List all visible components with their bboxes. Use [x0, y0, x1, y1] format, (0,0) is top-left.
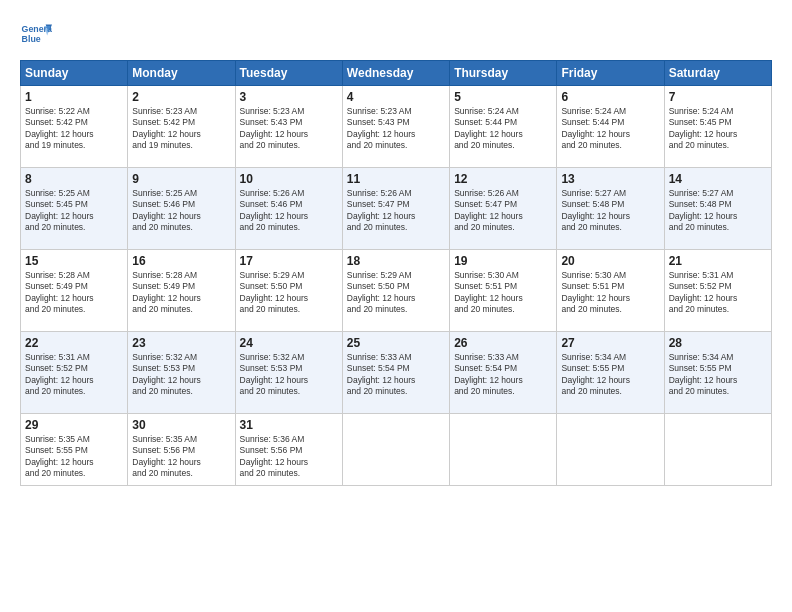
weekday-header-tuesday: Tuesday — [235, 61, 342, 86]
calendar-day-cell: 11Sunrise: 5:26 AM Sunset: 5:47 PM Dayli… — [342, 168, 449, 250]
day-info: Sunrise: 5:33 AM Sunset: 5:54 PM Dayligh… — [347, 352, 445, 398]
day-number: 21 — [669, 254, 767, 268]
calendar-day-cell: 4Sunrise: 5:23 AM Sunset: 5:43 PM Daylig… — [342, 86, 449, 168]
day-number: 8 — [25, 172, 123, 186]
calendar-day-cell: 26Sunrise: 5:33 AM Sunset: 5:54 PM Dayli… — [450, 332, 557, 414]
calendar-day-cell: 28Sunrise: 5:34 AM Sunset: 5:55 PM Dayli… — [664, 332, 771, 414]
calendar-day-cell: 27Sunrise: 5:34 AM Sunset: 5:55 PM Dayli… — [557, 332, 664, 414]
calendar-day-cell: 18Sunrise: 5:29 AM Sunset: 5:50 PM Dayli… — [342, 250, 449, 332]
day-info: Sunrise: 5:26 AM Sunset: 5:47 PM Dayligh… — [347, 188, 445, 234]
day-number: 1 — [25, 90, 123, 104]
calendar-day-cell: 6Sunrise: 5:24 AM Sunset: 5:44 PM Daylig… — [557, 86, 664, 168]
calendar-day-cell: 13Sunrise: 5:27 AM Sunset: 5:48 PM Dayli… — [557, 168, 664, 250]
day-number: 30 — [132, 418, 230, 432]
calendar-day-cell: 3Sunrise: 5:23 AM Sunset: 5:43 PM Daylig… — [235, 86, 342, 168]
empty-cell — [664, 414, 771, 486]
calendar-week-row: 29Sunrise: 5:35 AM Sunset: 5:55 PM Dayli… — [21, 414, 772, 486]
calendar-day-cell: 22Sunrise: 5:31 AM Sunset: 5:52 PM Dayli… — [21, 332, 128, 414]
day-number: 22 — [25, 336, 123, 350]
calendar-day-cell: 31Sunrise: 5:36 AM Sunset: 5:56 PM Dayli… — [235, 414, 342, 486]
calendar-day-cell: 20Sunrise: 5:30 AM Sunset: 5:51 PM Dayli… — [557, 250, 664, 332]
page: General Blue SundayMondayTuesdayWednesda… — [0, 0, 792, 612]
day-number: 19 — [454, 254, 552, 268]
calendar-day-cell: 19Sunrise: 5:30 AM Sunset: 5:51 PM Dayli… — [450, 250, 557, 332]
day-info: Sunrise: 5:23 AM Sunset: 5:43 PM Dayligh… — [347, 106, 445, 152]
day-number: 4 — [347, 90, 445, 104]
day-info: Sunrise: 5:30 AM Sunset: 5:51 PM Dayligh… — [561, 270, 659, 316]
weekday-header-friday: Friday — [557, 61, 664, 86]
empty-cell — [342, 414, 449, 486]
day-number: 17 — [240, 254, 338, 268]
day-number: 20 — [561, 254, 659, 268]
day-number: 6 — [561, 90, 659, 104]
day-info: Sunrise: 5:24 AM Sunset: 5:44 PM Dayligh… — [454, 106, 552, 152]
day-number: 15 — [25, 254, 123, 268]
calendar-day-cell: 23Sunrise: 5:32 AM Sunset: 5:53 PM Dayli… — [128, 332, 235, 414]
day-number: 9 — [132, 172, 230, 186]
calendar-week-row: 22Sunrise: 5:31 AM Sunset: 5:52 PM Dayli… — [21, 332, 772, 414]
day-number: 26 — [454, 336, 552, 350]
day-number: 2 — [132, 90, 230, 104]
calendar-day-cell: 5Sunrise: 5:24 AM Sunset: 5:44 PM Daylig… — [450, 86, 557, 168]
weekday-header-sunday: Sunday — [21, 61, 128, 86]
calendar-week-row: 15Sunrise: 5:28 AM Sunset: 5:49 PM Dayli… — [21, 250, 772, 332]
day-number: 23 — [132, 336, 230, 350]
day-info: Sunrise: 5:26 AM Sunset: 5:47 PM Dayligh… — [454, 188, 552, 234]
day-info: Sunrise: 5:30 AM Sunset: 5:51 PM Dayligh… — [454, 270, 552, 316]
calendar-day-cell: 9Sunrise: 5:25 AM Sunset: 5:46 PM Daylig… — [128, 168, 235, 250]
weekday-header-monday: Monday — [128, 61, 235, 86]
svg-text:Blue: Blue — [22, 34, 41, 44]
weekday-header-thursday: Thursday — [450, 61, 557, 86]
day-info: Sunrise: 5:23 AM Sunset: 5:42 PM Dayligh… — [132, 106, 230, 152]
day-number: 28 — [669, 336, 767, 350]
day-number: 31 — [240, 418, 338, 432]
calendar: SundayMondayTuesdayWednesdayThursdayFrid… — [20, 60, 772, 486]
day-number: 24 — [240, 336, 338, 350]
day-number: 12 — [454, 172, 552, 186]
day-number: 11 — [347, 172, 445, 186]
calendar-day-cell: 16Sunrise: 5:28 AM Sunset: 5:49 PM Dayli… — [128, 250, 235, 332]
logo-icon: General Blue — [20, 18, 52, 50]
day-info: Sunrise: 5:28 AM Sunset: 5:49 PM Dayligh… — [25, 270, 123, 316]
calendar-day-cell: 17Sunrise: 5:29 AM Sunset: 5:50 PM Dayli… — [235, 250, 342, 332]
calendar-day-cell: 29Sunrise: 5:35 AM Sunset: 5:55 PM Dayli… — [21, 414, 128, 486]
day-info: Sunrise: 5:33 AM Sunset: 5:54 PM Dayligh… — [454, 352, 552, 398]
calendar-day-cell: 2Sunrise: 5:23 AM Sunset: 5:42 PM Daylig… — [128, 86, 235, 168]
day-info: Sunrise: 5:35 AM Sunset: 5:56 PM Dayligh… — [132, 434, 230, 480]
day-info: Sunrise: 5:27 AM Sunset: 5:48 PM Dayligh… — [561, 188, 659, 234]
calendar-day-cell: 21Sunrise: 5:31 AM Sunset: 5:52 PM Dayli… — [664, 250, 771, 332]
day-info: Sunrise: 5:31 AM Sunset: 5:52 PM Dayligh… — [669, 270, 767, 316]
day-info: Sunrise: 5:24 AM Sunset: 5:44 PM Dayligh… — [561, 106, 659, 152]
day-info: Sunrise: 5:34 AM Sunset: 5:55 PM Dayligh… — [669, 352, 767, 398]
calendar-day-cell: 7Sunrise: 5:24 AM Sunset: 5:45 PM Daylig… — [664, 86, 771, 168]
day-number: 25 — [347, 336, 445, 350]
day-info: Sunrise: 5:26 AM Sunset: 5:46 PM Dayligh… — [240, 188, 338, 234]
calendar-week-row: 8Sunrise: 5:25 AM Sunset: 5:45 PM Daylig… — [21, 168, 772, 250]
day-number: 5 — [454, 90, 552, 104]
day-info: Sunrise: 5:25 AM Sunset: 5:46 PM Dayligh… — [132, 188, 230, 234]
day-info: Sunrise: 5:32 AM Sunset: 5:53 PM Dayligh… — [240, 352, 338, 398]
day-info: Sunrise: 5:25 AM Sunset: 5:45 PM Dayligh… — [25, 188, 123, 234]
day-number: 13 — [561, 172, 659, 186]
day-info: Sunrise: 5:28 AM Sunset: 5:49 PM Dayligh… — [132, 270, 230, 316]
calendar-week-row: 1Sunrise: 5:22 AM Sunset: 5:42 PM Daylig… — [21, 86, 772, 168]
day-info: Sunrise: 5:35 AM Sunset: 5:55 PM Dayligh… — [25, 434, 123, 480]
day-info: Sunrise: 5:29 AM Sunset: 5:50 PM Dayligh… — [347, 270, 445, 316]
calendar-day-cell: 14Sunrise: 5:27 AM Sunset: 5:48 PM Dayli… — [664, 168, 771, 250]
empty-cell — [450, 414, 557, 486]
calendar-day-cell: 12Sunrise: 5:26 AM Sunset: 5:47 PM Dayli… — [450, 168, 557, 250]
day-info: Sunrise: 5:22 AM Sunset: 5:42 PM Dayligh… — [25, 106, 123, 152]
calendar-day-cell: 1Sunrise: 5:22 AM Sunset: 5:42 PM Daylig… — [21, 86, 128, 168]
day-number: 29 — [25, 418, 123, 432]
day-number: 14 — [669, 172, 767, 186]
weekday-header-wednesday: Wednesday — [342, 61, 449, 86]
logo: General Blue — [20, 18, 52, 50]
calendar-day-cell: 8Sunrise: 5:25 AM Sunset: 5:45 PM Daylig… — [21, 168, 128, 250]
day-info: Sunrise: 5:23 AM Sunset: 5:43 PM Dayligh… — [240, 106, 338, 152]
day-number: 7 — [669, 90, 767, 104]
day-number: 10 — [240, 172, 338, 186]
weekday-header-row: SundayMondayTuesdayWednesdayThursdayFrid… — [21, 61, 772, 86]
calendar-day-cell: 15Sunrise: 5:28 AM Sunset: 5:49 PM Dayli… — [21, 250, 128, 332]
day-info: Sunrise: 5:32 AM Sunset: 5:53 PM Dayligh… — [132, 352, 230, 398]
header: General Blue — [20, 18, 772, 50]
